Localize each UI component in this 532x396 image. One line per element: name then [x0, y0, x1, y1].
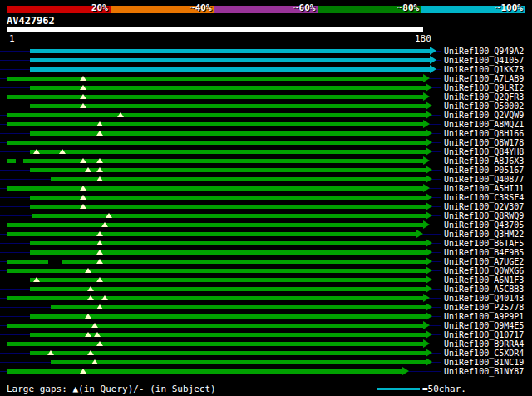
hit-bar[interactable]: [7, 95, 423, 99]
hit-bar[interactable]: [51, 360, 426, 364]
hit-label[interactable]: UniRef100_B9RRA4: [444, 339, 524, 349]
alignment-row: UniRef100_P05167: [0, 166, 532, 175]
hit-label[interactable]: UniRef100_A7UGE2: [444, 257, 524, 266]
alignment-row: UniRef100_A5HIJ1: [0, 184, 532, 193]
hit-bar[interactable]: [7, 232, 416, 236]
hit-label[interactable]: UniRef100_Q0WXG6: [444, 266, 524, 275]
hit-arrowhead-icon: [423, 184, 430, 192]
alignment-rows: UniRef100_Q949A2UniRef100_Q41057UniRef10…: [0, 47, 532, 376]
hit-bar[interactable]: [51, 177, 426, 181]
hit-bar[interactable]: [30, 196, 426, 200]
alignment-row: UniRef100_Q2VQW9: [0, 111, 532, 120]
hit-bar[interactable]: [30, 58, 430, 62]
alignment-row: UniRef100_A7UGE2: [0, 257, 532, 266]
scale-legend-line: [377, 388, 420, 390]
scale-start-label: 1: [9, 34, 15, 43]
hit-bar[interactable]: [32, 214, 426, 218]
alignment-row: UniRef100_Q3HM22: [0, 230, 532, 239]
query-gap-triangle-icon: [80, 158, 86, 163]
hit-arrowhead-icon: [426, 111, 432, 119]
hit-label[interactable]: UniRef100_Q2QFR3: [444, 92, 524, 101]
hit-arrowhead-icon: [426, 312, 432, 320]
query-bar: [7, 27, 423, 32]
alignment-row: UniRef100_Q8W178: [0, 138, 532, 147]
hit-bar[interactable]: [30, 278, 426, 282]
hit-bar[interactable]: [51, 305, 426, 309]
hit-label[interactable]: UniRef100_A8MQZ1: [444, 120, 524, 129]
query-gap-triangle-icon: [85, 268, 91, 273]
hit-label[interactable]: UniRef100_Q43705: [444, 220, 524, 230]
hit-label[interactable]: UniRef100_P05167: [444, 166, 524, 175]
hit-label[interactable]: UniRef100_A6N1F3: [444, 275, 524, 285]
hit-label[interactable]: UniRef100_C3RSF4: [444, 193, 524, 202]
hit-label[interactable]: UniRef100_Q3HM22: [444, 230, 524, 239]
hit-bar[interactable]: [30, 250, 426, 255]
hit-bar[interactable]: [30, 131, 426, 136]
hit-label[interactable]: UniRef100_B4F9B5: [444, 248, 524, 257]
hit-bar[interactable]: [30, 49, 430, 53]
hit-label[interactable]: UniRef100_Q40143: [444, 294, 524, 303]
hit-bar[interactable]: [30, 67, 430, 72]
hit-arrowhead-icon: [426, 83, 432, 92]
hit-bar[interactable]: [7, 223, 423, 227]
hit-label[interactable]: UniRef100_Q9LRI2: [444, 83, 524, 92]
hit-arrowhead-icon: [426, 211, 432, 220]
hit-label[interactable]: UniRef100_Q10717: [444, 330, 524, 339]
hit-bar[interactable]: [7, 369, 402, 374]
hit-bar[interactable]: [30, 205, 426, 209]
key-segment-label: 20%: [91, 2, 108, 14]
hit-label[interactable]: UniRef100_Q8W178: [444, 138, 524, 147]
identity-color-key: 20%~40%~60%~80%~100%: [7, 6, 525, 13]
hit-bar[interactable]: [30, 104, 426, 108]
hit-bar[interactable]: [7, 141, 426, 145]
hit-bar[interactable]: [7, 113, 426, 117]
hit-label[interactable]: UniRef100_A8J6X3: [444, 156, 524, 166]
hit-arrowhead-icon: [426, 349, 432, 357]
hit-label[interactable]: UniRef100_B1NC19: [444, 358, 524, 367]
query-gap-triangle-icon: [96, 259, 103, 264]
alignment-row: UniRef100_A5CBB3: [0, 285, 532, 294]
hit-label[interactable]: UniRef100_A5CBB3: [444, 285, 524, 294]
hit-label[interactable]: UniRef100_C5XDR4: [444, 349, 524, 358]
hit-label[interactable]: UniRef100_A7LAB9: [444, 74, 524, 83]
hit-bar[interactable]: [7, 324, 423, 328]
hit-label[interactable]: UniRef100_Q8RWQ9: [444, 211, 524, 220]
hit-label[interactable]: UniRef100_P25778: [444, 303, 524, 312]
hit-label[interactable]: UniRef100_Q1KK73: [444, 65, 524, 74]
hit-bar[interactable]: [30, 86, 426, 90]
hit-label[interactable]: UniRef100_A9P9P1: [444, 312, 524, 321]
hit-bar[interactable]: [30, 150, 426, 154]
hit-bar[interactable]: [7, 186, 423, 191]
hit-bar[interactable]: [7, 269, 426, 273]
hit-label[interactable]: UniRef100_B6TAF5: [444, 239, 524, 248]
hit-label[interactable]: UniRef100_Q40877: [444, 175, 524, 184]
hit-label[interactable]: UniRef100_Q41057: [444, 56, 524, 65]
query-gap-triangle-icon: [85, 314, 91, 319]
hit-arrowhead-icon: [426, 138, 432, 146]
query-gap-triangle-icon: [80, 186, 86, 191]
hit-label[interactable]: UniRef100_Q8H166: [444, 129, 524, 138]
alignment-row: UniRef100_A8MQZ1: [0, 120, 532, 129]
hit-label[interactable]: UniRef100_O50002: [444, 101, 524, 111]
key-segment-label: ~100%: [495, 2, 523, 14]
hit-bar[interactable]: [7, 122, 423, 126]
hit-label[interactable]: UniRef100_Q2V307: [444, 202, 524, 211]
hit-bar[interactable]: [7, 159, 423, 163]
hit-label[interactable]: UniRef100_Q84YH8: [444, 147, 524, 156]
hit-bar[interactable]: [7, 342, 423, 346]
query-gap-triangle-icon: [96, 176, 103, 181]
hit-bar[interactable]: [7, 296, 423, 300]
hit-label[interactable]: UniRef100_B1NY87: [444, 367, 524, 376]
query-gap-triangle-icon: [96, 240, 103, 245]
hit-label[interactable]: UniRef100_A5HIJ1: [444, 184, 524, 193]
hit-bar[interactable]: [7, 260, 426, 264]
hit-label[interactable]: UniRef100_Q9M4E5: [444, 321, 524, 330]
hit-bar[interactable]: [7, 77, 423, 81]
hit-bar[interactable]: [30, 241, 426, 245]
query-gap-triangle-icon: [80, 195, 86, 200]
hit-arrowhead-icon: [423, 92, 430, 101]
alignment-row: UniRef100_Q84YH8: [0, 147, 532, 156]
hit-label[interactable]: UniRef100_Q2VQW9: [444, 111, 524, 120]
hit-label[interactable]: UniRef100_Q949A2: [444, 47, 524, 56]
hit-arrowhead-icon: [426, 239, 432, 247]
